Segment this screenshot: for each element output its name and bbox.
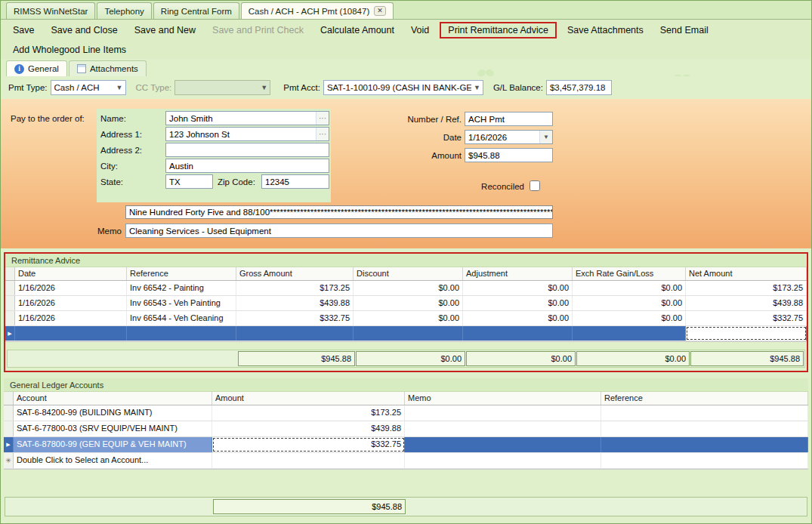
- column-header-net-amount[interactable]: Net Amount: [686, 267, 807, 280]
- void-button[interactable]: Void: [403, 22, 437, 39]
- row-indicator-arrow-icon: ▶: [4, 437, 14, 452]
- row-indicator-arrow-icon: ▶: [5, 326, 15, 341]
- check-area: Pay to the order of: Name: John Smith ··…: [1, 99, 811, 248]
- table-row[interactable]: 1/16/2026 Inv 66542 - Painting $173.25 $…: [5, 281, 807, 296]
- table-row-selected[interactable]: ▶ SAT-6-87800-99 (GEN EQUIP & VEH MAINT)…: [4, 437, 808, 453]
- column-header-memo[interactable]: Memo: [405, 392, 601, 405]
- cell-reference: [601, 453, 808, 468]
- memo-label: Memo: [97, 227, 122, 236]
- row-indicator: [5, 281, 15, 295]
- zip-field[interactable]: 12345: [261, 174, 329, 189]
- pmt-acct-value: SAT-1-10010-99 (CASH IN BANK-GE...: [327, 83, 471, 92]
- cell-adjustment: [463, 326, 573, 341]
- tab-label: General: [28, 64, 59, 73]
- tab-telephony[interactable]: Telephony: [97, 2, 151, 19]
- table-row[interactable]: SAT-6-84200-99 (BUILDING MAINT) $173.25: [4, 405, 808, 421]
- save-and-close-button[interactable]: Save and Close: [43, 22, 126, 39]
- document-tab-bar: RIMSS WinNetStar Telephony Ring Central …: [1, 1, 811, 20]
- address1-field[interactable]: 123 Johnson St ···: [165, 127, 329, 141]
- memo-value: Cleaning Services - Used Equipment: [129, 227, 271, 236]
- cell-reference: Inv 66544 - Veh Cleaning: [127, 311, 236, 325]
- chevron-down-icon: ▼: [258, 84, 270, 91]
- add-wholegood-line-items-button[interactable]: Add Wholegood Line Items: [5, 42, 134, 58]
- gl-balance-value: $3,457,379.18: [550, 83, 606, 92]
- chevron-down-icon: ▼: [471, 84, 483, 91]
- pmt-type-value: Cash / ACH: [54, 83, 114, 92]
- column-header-amount[interactable]: Amount: [212, 392, 405, 405]
- table-row[interactable]: SAT-6-77800-03 (SRV EQUIP/VEH MAINT) $43…: [4, 421, 808, 437]
- cell-reference: [127, 326, 236, 341]
- ellipsis-lookup-button[interactable]: ···: [316, 112, 329, 125]
- number-ref-value: ACH Pmt: [468, 115, 505, 124]
- cell-date: 1/16/2026: [15, 281, 127, 295]
- date-field[interactable]: 1/16/2026 ▼: [465, 130, 553, 144]
- tab-cash-ach-pmt[interactable]: Cash / ACH - ACH Pmt (10847) ✕: [241, 2, 394, 19]
- row-indicator-header: [4, 392, 14, 405]
- tab-attachments[interactable]: Attachments: [69, 60, 147, 76]
- name-field[interactable]: John Smith ···: [165, 111, 329, 125]
- reconciled-checkbox[interactable]: [529, 180, 540, 191]
- tab-general[interactable]: i General: [6, 60, 67, 76]
- remittance-grid-header: Date Reference Gross Amount Discount Adj…: [5, 267, 807, 281]
- column-header-account[interactable]: Account: [14, 392, 212, 405]
- send-email-button[interactable]: Send Email: [652, 22, 717, 39]
- pmt-type-select[interactable]: Cash / ACH ▼: [51, 80, 126, 95]
- payment-type-row: Pmt Type: Cash / ACH ▼ CC Type: ▼ Pmt Ac…: [1, 76, 811, 99]
- pmt-acct-select[interactable]: SAT-1-10010-99 (CASH IN BANK-GE... ▼: [323, 80, 483, 95]
- column-header-gross-amount[interactable]: Gross Amount: [236, 267, 354, 280]
- gl-grid-header: Account Amount Memo Reference: [4, 392, 808, 405]
- column-header-exch-rate[interactable]: Exch Rate Gain/Loss: [573, 267, 686, 280]
- table-row[interactable]: 1/16/2026 Inv 66544 - Veh Cleaning $332.…: [5, 311, 807, 326]
- cell-adjustment: $0.00: [463, 296, 573, 310]
- table-row[interactable]: 1/16/2026 Inv 66543 - Veh Painting $439.…: [5, 296, 807, 311]
- save-attachments-button[interactable]: Save Attachments: [559, 22, 652, 39]
- row-indicator: [5, 311, 15, 325]
- number-ref-field[interactable]: ACH Pmt: [465, 112, 553, 126]
- section-title-label: Remittance Advice: [11, 256, 80, 265]
- column-header-reference[interactable]: Reference: [127, 267, 236, 280]
- close-tab-icon[interactable]: ✕: [374, 6, 386, 16]
- info-icon: i: [14, 64, 24, 74]
- cell-discount: $0.00: [354, 281, 463, 295]
- cell-exch: [573, 326, 686, 341]
- cell-amount-edit[interactable]: $332.75: [212, 437, 405, 452]
- cell-reference: [601, 437, 808, 452]
- table-row-selected-empty[interactable]: ▶: [5, 326, 807, 341]
- calculate-amount-button[interactable]: Calculate Amount: [312, 22, 403, 39]
- gl-balance-field[interactable]: $3,457,379.18: [546, 80, 612, 95]
- state-field[interactable]: TX: [165, 174, 213, 189]
- column-header-discount[interactable]: Discount: [354, 267, 463, 280]
- date-value: 1/16/2026: [468, 133, 507, 142]
- gl-balance-label: G/L Balance:: [493, 83, 543, 92]
- save-button[interactable]: Save: [5, 22, 43, 39]
- city-field[interactable]: Austin: [165, 159, 329, 173]
- app-window: RIMSS WinNetStar Telephony Ring Central …: [0, 0, 812, 524]
- column-header-reference[interactable]: Reference: [601, 392, 808, 405]
- cell-net-edit[interactable]: [686, 326, 807, 341]
- reconciled-label: Reconciled: [431, 182, 524, 191]
- address1-value: 123 Johnson St: [169, 130, 230, 139]
- save-and-new-button[interactable]: Save and New: [126, 22, 204, 39]
- total-adjustment: $0.00: [466, 351, 576, 366]
- tab-label: Attachments: [90, 64, 138, 73]
- cell-account: SAT-6-77800-03 (SRV EQUIP/VEH MAINT): [14, 421, 212, 436]
- column-header-adjustment[interactable]: Adjustment: [463, 267, 573, 280]
- cell-gross: [236, 326, 354, 341]
- cell-discount: $0.00: [354, 311, 463, 325]
- ellipsis-lookup-button[interactable]: ···: [316, 128, 329, 140]
- table-row-new[interactable]: ✳ Double Click to Select an Account...: [4, 453, 808, 469]
- print-remittance-advice-button[interactable]: Print Remittance Advice: [440, 22, 557, 39]
- general-ledger-section: General Ledger Accounts Account Amount M…: [4, 378, 808, 470]
- memo-field[interactable]: Cleaning Services - Used Equipment: [125, 223, 553, 238]
- cell-net: $439.88: [686, 296, 807, 310]
- column-header-date[interactable]: Date: [15, 267, 127, 280]
- amount-field[interactable]: $945.88: [465, 148, 553, 162]
- gl-total-amount: $945.88: [213, 499, 406, 514]
- tab-ring-central-form[interactable]: Ring Central Form: [153, 2, 239, 19]
- cell-reference: [601, 421, 808, 436]
- chevron-down-icon[interactable]: ▼: [539, 131, 552, 143]
- cell-reference: [601, 405, 808, 421]
- tab-rimss-winnetstar[interactable]: RIMSS WinNetStar: [6, 2, 95, 19]
- address2-field[interactable]: [165, 143, 329, 157]
- gl-totals-strip: $945.88: [5, 497, 807, 516]
